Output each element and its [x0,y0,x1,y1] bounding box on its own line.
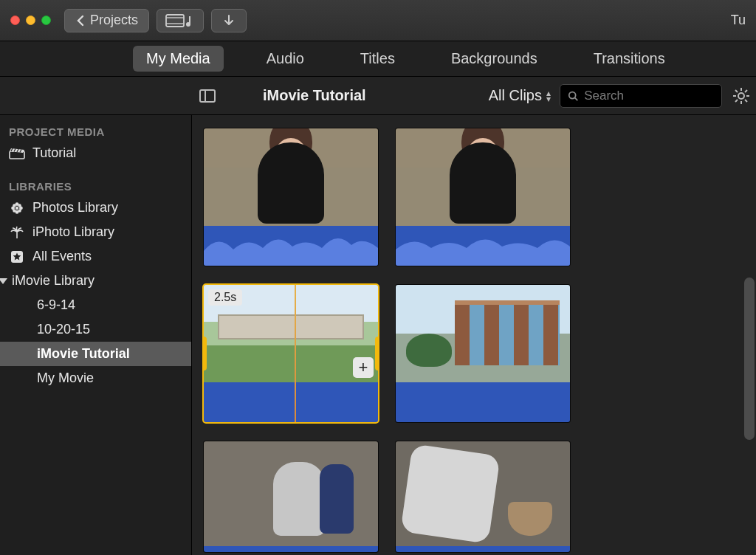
filmstrip-music-icon [165,13,195,28]
svg-point-23 [13,209,16,212]
arrow-down-icon [222,14,236,27]
search-icon [568,90,578,102]
clip-item-selected[interactable]: 2.5s + THE · PENNSYLVANIA · STATE · UNIV… [204,285,378,422]
browser-settings-button[interactable] [731,86,752,106]
clip-browser: 2.5s + THE · PENNSYLVANIA · STATE · UNIV… [192,115,756,555]
svg-line-13 [735,100,738,102]
tab-titles[interactable]: Titles [347,46,408,72]
close-window-button[interactable] [10,15,20,25]
gear-icon [732,87,750,105]
flower-icon [9,201,25,215]
svg-line-11 [735,90,738,92]
star-box-icon [9,250,25,263]
sidebar-item-label: All Events [32,249,92,264]
sidebar-event-6-9-14[interactable]: 6-9-14 [0,293,191,317]
clip-waveform [204,546,378,552]
sidebar-item-label: Tutorial [32,145,76,161]
clip-item[interactable] [396,128,570,266]
clip-item[interactable] [396,285,570,422]
sidebar-event-my-movie[interactable]: My Movie [0,366,191,390]
disclosure-triangle-icon[interactable] [0,278,7,284]
tab-my-media[interactable]: My Media [133,46,224,72]
clip-item[interactable] [396,441,570,552]
main-split: PROJECT MEDIA Tutorial LIBRARIES Photos … [0,115,756,555]
sidebar-item-iphoto-library[interactable]: iPhoto Library [0,220,191,244]
section-project-media: PROJECT MEDIA [0,120,191,141]
sidebar-item-label: iMovie Tutorial [37,346,130,362]
palm-icon [9,226,25,239]
sidebar-item-label: Photos Library [32,200,118,216]
projects-back-label: Projects [90,13,138,28]
browser-title: iMovie Tutorial [263,87,366,104]
svg-point-6 [738,93,744,99]
sidebar-item-tutorial[interactable]: Tutorial [0,141,191,165]
svg-point-3 [186,22,190,27]
svg-point-21 [13,204,16,207]
clip-thumbnail [204,441,378,546]
tab-audio[interactable]: Audio [253,46,317,72]
window-controls [10,15,51,25]
clip-thumbnail [204,128,378,226]
sidebar-event-10-20-15[interactable]: 10-20-15 [0,317,191,342]
svg-line-5 [575,97,578,100]
svg-point-24 [18,209,21,212]
browser-toolbar: iMovie Tutorial All Clips ▴▾ [0,77,756,115]
sidebar-item-label: iMovie Library [12,273,94,289]
minimize-window-button[interactable] [26,15,35,25]
clip-filter-label: All Clips [489,87,542,104]
svg-line-14 [745,90,747,92]
clip-grid: 2.5s + THE · PENNSYLVANIA · STATE · UNIV… [204,128,744,552]
updown-caret-icon: ▴▾ [546,90,551,102]
clip-waveform [396,226,570,266]
section-libraries: LIBRARIES [0,174,191,196]
sidebar-toggle-icon[interactable] [199,89,216,103]
sidebar-item-label: iPhoto Library [32,224,114,240]
sidebar-item-label: My Movie [37,370,94,386]
add-clip-button[interactable]: + [353,357,374,378]
titlebar: Projects Tu [0,0,756,41]
sidebar-item-imovie-library[interactable]: iMovie Library [0,269,191,293]
clip-waveform [204,382,378,422]
chevron-left-icon [75,15,86,27]
media-tabs: My Media Audio Titles Backgrounds Transi… [0,41,756,77]
search-input[interactable] [584,89,714,103]
clip-thumbnail [396,441,570,546]
import-download-button[interactable] [211,9,247,32]
svg-point-16 [16,206,18,209]
svg-point-22 [18,204,21,207]
clip-waveform [396,546,570,552]
sidebar-item-photos-library[interactable]: Photos Library [0,196,191,220]
sidebar-item-label: 6-9-14 [37,297,75,313]
playhead-indicator[interactable] [295,285,296,422]
library-sidebar: PROJECT MEDIA Tutorial LIBRARIES Photos … [0,115,192,555]
svg-line-12 [745,100,747,102]
vertical-scrollbar[interactable] [744,278,755,440]
media-import-button[interactable] [157,9,204,32]
clip-waveform [204,226,378,266]
sidebar-item-all-events[interactable]: All Events [0,244,191,269]
tab-transitions[interactable]: Transitions [580,46,678,72]
sidebar-event-imovie-tutorial[interactable]: iMovie Tutorial [0,342,191,366]
window-title-trail: Tu [731,13,746,28]
clapperboard-icon [9,147,25,160]
clip-thumbnail [396,285,570,382]
tab-backgrounds[interactable]: Backgrounds [438,46,551,72]
projects-back-button[interactable]: Projects [64,9,149,32]
clip-thumbnail [396,128,570,226]
svg-point-4 [569,92,576,98]
svg-rect-0 [166,15,184,27]
clip-filter-dropdown[interactable]: All Clips ▴▾ [489,87,551,104]
clip-item[interactable] [204,128,378,266]
clip-waveform [396,382,570,422]
clip-item[interactable] [204,441,378,552]
clip-duration-badge: 2.5s [208,289,242,306]
sign-text: THE · PENNSYLVANIA · STATE · UNIVERSITY [204,316,378,321]
fullscreen-window-button[interactable] [41,15,51,25]
sidebar-item-label: 10-20-15 [37,322,90,337]
search-field[interactable] [560,84,722,108]
